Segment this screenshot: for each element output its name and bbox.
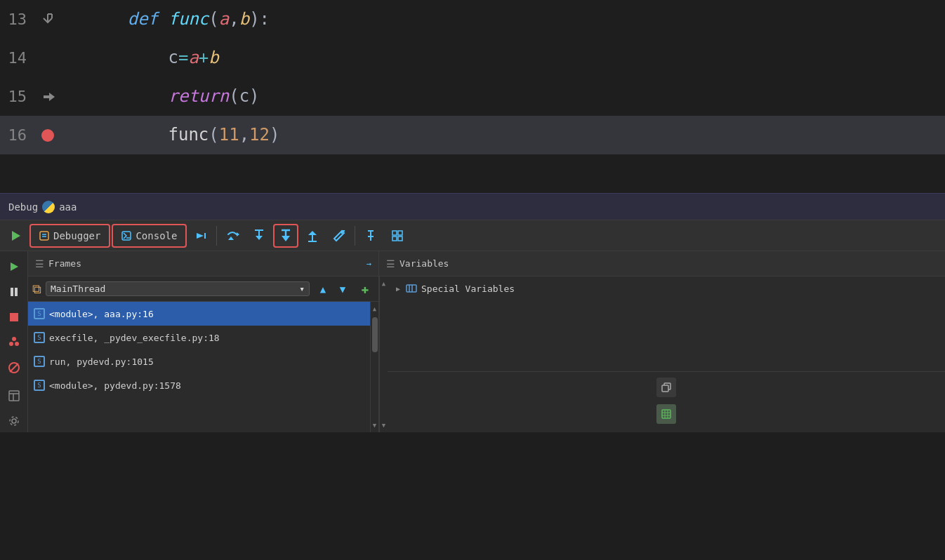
console-tab-icon — [121, 231, 131, 241]
sidebar-stop-btn[interactable] — [3, 306, 25, 328]
line-number-14: 14 — [0, 49, 35, 67]
frames-label: Frames — [48, 258, 81, 269]
resume-button[interactable] — [3, 224, 28, 248]
sidebar-settings-btn[interactable] — [3, 410, 25, 432]
sidebar-stop-icon — [8, 312, 20, 323]
thread-dropdown[interactable]: MainThread ▾ — [46, 281, 310, 296]
step-out-btn[interactable] — [300, 224, 325, 248]
svg-point-47 — [12, 419, 16, 423]
frame-item-0[interactable]: S <module>, aaa.py:16 — [28, 302, 370, 326]
svg-marker-14 — [237, 232, 239, 236]
var-scroll-down-btn[interactable]: ▼ — [380, 418, 388, 432]
copy-value-btn[interactable] — [656, 378, 676, 397]
python-icon — [42, 201, 55, 213]
step-over-btn[interactable] — [220, 224, 245, 248]
line-number-13: 13 — [0, 11, 35, 28]
svg-rect-37 — [15, 288, 18, 296]
debugger-tab-label: Debugger — [53, 230, 100, 241]
sidebar-debug-points-icon — [8, 336, 20, 349]
next-btn[interactable] — [188, 224, 213, 248]
line-gutter-15 — [35, 90, 60, 104]
svg-rect-33 — [392, 236, 397, 241]
frame-item-3[interactable]: S <module>, pydevd.py:1578 — [28, 373, 370, 397]
frames-icon: ☰ — [35, 258, 44, 269]
array-icon — [661, 409, 671, 419]
scroll-up-btn[interactable]: ▲ — [371, 302, 379, 316]
svg-rect-53 — [662, 385, 668, 392]
var-scroll-up-btn[interactable]: ▲ — [380, 276, 388, 291]
sidebar-debug-points-btn[interactable] — [3, 331, 25, 354]
evaluate-btn[interactable] — [358, 224, 383, 248]
thread-down-btn[interactable]: ▼ — [333, 280, 352, 298]
svg-rect-7 — [40, 232, 48, 240]
grid-icon — [391, 229, 404, 242]
gutter-small-arrow-15 — [41, 90, 55, 104]
svg-rect-3 — [44, 95, 49, 98]
variables-label: Variables — [399, 258, 449, 269]
frame-item-1[interactable]: S execfile, _pydev_execfile.py:18 — [28, 326, 370, 349]
frames-list: S <module>, aaa.py:16 S execfile, _pydev… — [28, 302, 370, 432]
var-item-special[interactable]: ▶ Special Variables — [388, 276, 945, 300]
scroll-down-btn[interactable]: ▼ — [371, 418, 379, 432]
svg-marker-35 — [11, 262, 18, 271]
debugger-toolbar: Debugger Console — [0, 220, 945, 251]
step-into-btn[interactable] — [246, 224, 272, 248]
svg-marker-12 — [197, 233, 204, 239]
variables-action-btns — [388, 371, 945, 432]
svg-rect-31 — [392, 231, 397, 235]
variables-panel-header: ☰ Variables — [379, 251, 945, 276]
svg-marker-20 — [282, 236, 290, 241]
sidebar-settings-icon — [8, 415, 20, 427]
svg-rect-49 — [407, 285, 416, 292]
step-into-focus-btn[interactable] — [273, 224, 298, 248]
sidebar-resume-btn[interactable] — [3, 255, 25, 278]
variables-panel: ☰ Variables ▲ ▼ ▶ — [379, 251, 945, 432]
sidebar-mute-icon — [8, 361, 20, 374]
run-to-cursor-icon — [332, 229, 346, 243]
frames-list-container: S <module>, aaa.py:16 S execfile, _pydev… — [28, 302, 378, 432]
dropdown-chevron: ▾ — [299, 284, 305, 294]
sidebar-resume-icon — [8, 261, 20, 272]
toolbar-separator-1 — [216, 226, 217, 246]
line-number-15: 15 — [0, 88, 35, 105]
variables-content-container: ▲ ▼ ▶ Special — [379, 276, 945, 432]
var-toggle-special[interactable]: ▶ — [395, 285, 402, 292]
view-as-array-btn[interactable] — [656, 404, 676, 424]
thread-name: MainThread — [51, 284, 105, 294]
debug-title: Debug aaa — [8, 201, 77, 213]
frame-icon-2: S — [34, 356, 45, 367]
frame-icon-1: S — [34, 332, 45, 343]
debugger-tab-icon — [39, 231, 49, 241]
add-thread-btn[interactable]: ✚ — [356, 280, 374, 298]
debug-title-text: Debug — [8, 201, 38, 213]
thread-nav-buttons: ▲ ▼ — [314, 280, 352, 298]
line-number-16: 16 — [0, 126, 35, 144]
toolbar-separator-2 — [355, 226, 355, 246]
sidebar-layout-btn[interactable] — [3, 385, 25, 407]
scroll-track — [372, 316, 378, 418]
debugger-tab[interactable]: Debugger — [29, 224, 110, 248]
svg-rect-34 — [398, 236, 402, 241]
sidebar-mute-btn[interactable] — [3, 356, 25, 379]
line-gutter-16 — [35, 129, 60, 142]
sidebar-pause-btn[interactable] — [3, 281, 25, 303]
frames-expand-btn[interactable]: → — [366, 259, 371, 269]
frame-text-2: run, pydevd.py:1015 — [49, 356, 154, 367]
svg-rect-36 — [11, 288, 13, 296]
thread-up-btn[interactable]: ▲ — [314, 280, 332, 298]
grid-btn[interactable] — [385, 224, 410, 248]
copy-icon — [661, 382, 671, 392]
svg-point-41 — [15, 342, 19, 346]
code-editor: 13 def func(a,b): 14 c=a+b 15 — [0, 0, 945, 193]
console-tab[interactable]: Console — [112, 224, 187, 248]
frames-panel: ☰ Frames → ⧉ MainThread ▾ ▲ ▼ ✚ — [28, 251, 379, 432]
frame-item-2[interactable]: S run, pydevd.py:1015 — [28, 349, 370, 373]
console-tab-label: Console — [136, 230, 177, 241]
breakpoint-icon-16[interactable] — [41, 129, 54, 142]
frame-text-0: <module>, aaa.py:16 — [49, 309, 154, 319]
svg-rect-13 — [204, 233, 206, 239]
run-to-cursor-btn[interactable] — [326, 224, 352, 248]
variables-scrollbar: ▲ ▼ — [379, 276, 388, 432]
svg-marker-23 — [308, 231, 317, 235]
debug-filename: aaa — [59, 201, 77, 213]
